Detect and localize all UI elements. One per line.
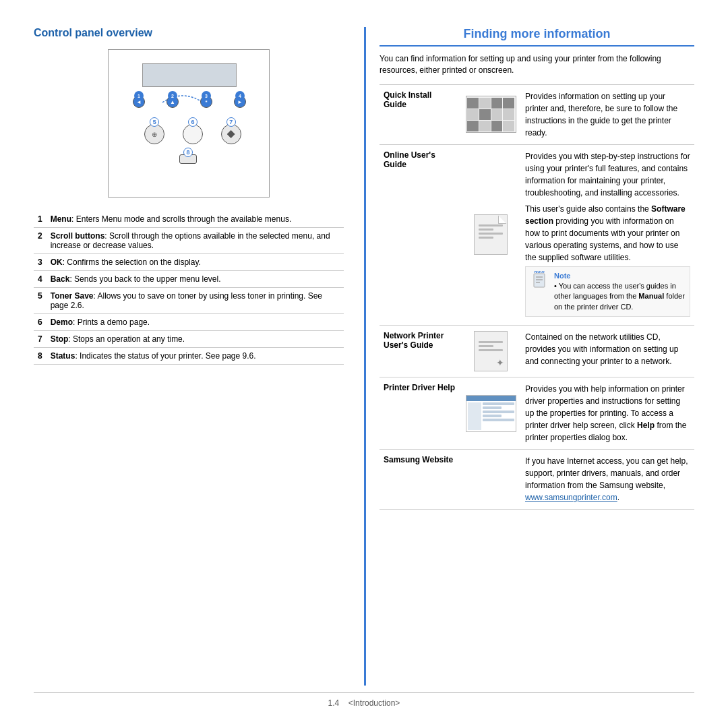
table-row-online-guide: Online User's Guide — [380, 144, 694, 326]
driver-sidebar — [468, 402, 481, 430]
desc-quick-install: Provides information on setting up your … — [521, 84, 694, 144]
table-row-network-guide: Network Printer User's Guide Contained o… — [380, 326, 694, 377]
control-num: 1 — [34, 211, 47, 228]
quick-install-thumb — [466, 96, 516, 133]
intro-text: You can find information for setting up … — [380, 53, 694, 76]
control-row-6: 6Demo: Prints a demo page. — [34, 314, 344, 331]
printer-display — [142, 63, 237, 87]
img-driver-help — [460, 377, 521, 450]
control-text: Demo: Prints a demo page. — [47, 314, 344, 331]
label-samsung-website: Samsung Website — [380, 450, 460, 510]
button-3[interactable]: 3 * — [200, 96, 212, 108]
button-5[interactable]: ⊕ — [144, 124, 164, 144]
left-column: Control panel overview 1 ◄ — [34, 27, 344, 686]
control-num: 2 — [34, 228, 47, 254]
left-section-title: Control panel overview — [34, 27, 344, 39]
img-online-guide — [460, 144, 521, 326]
info-table: Quick Install Guide Provides information — [380, 84, 694, 510]
img-quick-install — [460, 84, 521, 144]
samsung-website-link[interactable]: www.samsungprinter.com — [525, 493, 617, 502]
note-label: Note — [554, 272, 570, 280]
paper-lines — [475, 215, 507, 245]
button-2[interactable]: 2 ▲ — [166, 96, 179, 108]
driver-title-bar — [466, 396, 516, 401]
control-text: Back: Sends you back to the upper menu l… — [47, 271, 344, 288]
control-row-4: 4Back: Sends you back to the upper menu … — [34, 271, 344, 288]
network-guide-thumb — [474, 331, 508, 371]
main-content: Control panel overview 1 ◄ — [34, 27, 694, 686]
desc-samsung-website: If you have Internet access, you can get… — [521, 450, 694, 510]
printer-illustration: 1 ◄ 2 ▲ 3 * 4 ► — [108, 49, 270, 198]
page-number: 1.4 — [328, 698, 340, 708]
control-text: Toner Save: Allows you to save on toner … — [47, 288, 344, 314]
driver-content — [466, 401, 516, 431]
chapter-label: <Introduction> — [348, 698, 400, 708]
control-text: Menu: Enters Menu mode and scrolls throu… — [47, 211, 344, 228]
table-row-quick-install: Quick Install Guide Provides information — [380, 84, 694, 144]
control-table: 1Menu: Enters Menu mode and scrolls thro… — [34, 211, 344, 365]
note-text: Note • You can access the user's guides … — [554, 271, 686, 313]
note-svg: Note — [530, 271, 549, 290]
button-6[interactable] — [183, 124, 203, 144]
footer: 1.4 <Introduction> — [34, 692, 694, 708]
control-num: 6 — [34, 314, 47, 331]
table-row-driver-help: Printer Driver Help — [380, 377, 694, 450]
label-7: 7 — [226, 117, 236, 127]
label-network-guide: Network Printer User's Guide — [380, 326, 460, 377]
img-network-guide — [460, 326, 521, 377]
note-icon: Note — [530, 271, 549, 290]
control-row-3: 3OK: Confirms the selection on the displ… — [34, 254, 344, 271]
control-text: OK: Confirms the selection on the displa… — [47, 254, 344, 271]
control-num: 7 — [34, 331, 47, 348]
label-quick-install: Quick Install Guide — [380, 84, 460, 144]
label-6: 6 — [188, 117, 198, 127]
thumb-grid — [467, 98, 514, 131]
right-column: Finding more information You can find in… — [364, 27, 694, 686]
control-row-5: 5Toner Save: Allows you to save on toner… — [34, 288, 344, 314]
label-online-guide: Online User's Guide — [380, 144, 460, 326]
table-row-samsung-website: Samsung Website If you have Internet acc… — [380, 450, 694, 510]
note-box: Note Note • You can access the user's gu… — [525, 266, 690, 317]
desc-online-guide: Provides you with step-by-step instructi… — [521, 144, 694, 326]
control-num: 3 — [34, 254, 47, 271]
button-7[interactable] — [221, 124, 241, 144]
desc-network-guide: Contained on the network utilities CD, p… — [521, 326, 694, 377]
control-text: Status: Indicates the status of your pri… — [47, 348, 344, 365]
label-driver-help: Printer Driver Help — [380, 377, 460, 450]
stop-icon — [227, 130, 235, 138]
driver-main — [483, 402, 514, 430]
label-5: 5 — [150, 117, 159, 127]
control-row-8: 8Status: Indicates the status of your pr… — [34, 348, 344, 365]
svg-rect-0 — [534, 274, 545, 287]
page: Control panel overview 1 ◄ — [0, 0, 728, 728]
control-row-1: 1Menu: Enters Menu mode and scrolls thro… — [34, 211, 344, 228]
control-num: 4 — [34, 271, 47, 288]
control-row-7: 7Stop: Stops an operation at any time. — [34, 331, 344, 348]
control-row-2: 2Scroll buttons: Scroll through the opti… — [34, 228, 344, 254]
control-text: Stop: Stops an operation at any time. — [47, 331, 344, 348]
online-guide-thumb — [474, 214, 508, 255]
driver-help-thumb — [466, 395, 516, 432]
control-num: 8 — [34, 348, 47, 365]
net-paper-lines — [475, 332, 507, 357]
svg-text:Note: Note — [534, 271, 545, 274]
control-num: 5 — [34, 288, 47, 314]
img-samsung-website — [460, 450, 521, 510]
button-1[interactable]: 1 ◄ — [133, 96, 145, 108]
control-text: Scroll buttons: Scroll through the optio… — [47, 228, 344, 254]
desc-driver-help: Provides you with help information on pr… — [521, 377, 694, 450]
right-section-title: Finding more information — [380, 27, 694, 47]
label-8: 8 — [183, 148, 193, 157]
button-4[interactable]: 4 ► — [234, 96, 246, 108]
